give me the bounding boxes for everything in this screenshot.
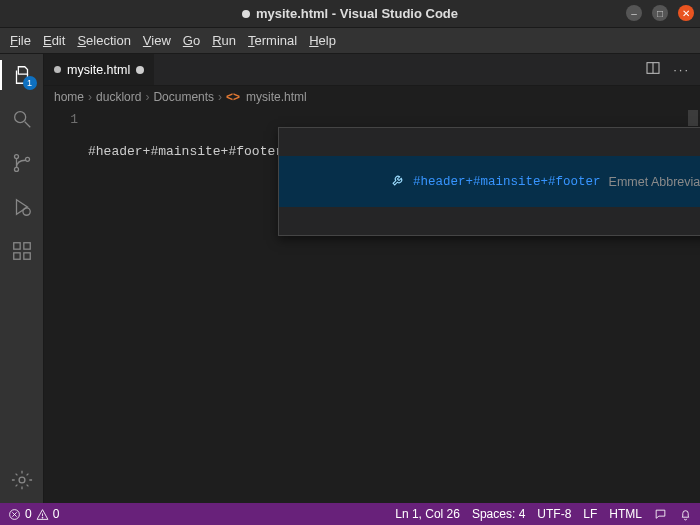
bell-icon [679,508,692,521]
extensions-icon [11,240,33,262]
suggest-kind: Emmet Abbreviation [609,175,700,189]
tab-file-icon [54,66,61,73]
window-title: mysite.html - Visual Studio Code [242,6,458,21]
code-text: #header+#mainsite+#footer [88,144,283,159]
menu-go[interactable]: Go [179,31,204,50]
svg-point-18 [42,517,43,518]
tab-unsaved-indicator-icon [136,66,144,74]
status-indent[interactable]: Spaces: 4 [472,507,525,521]
menu-view[interactable]: View [139,31,175,50]
line-gutter: 1 [44,108,88,503]
code-area[interactable]: #header+#mainsite+#footer #header+#mains… [88,108,700,503]
status-bar: 0 0 Ln 1, Col 26 Spaces: 4 UTF-8 LF HTML [0,503,700,525]
tab-bar: mysite.html ··· [44,54,700,86]
html-file-icon: <> [226,90,240,104]
window-controls: – □ ✕ [626,5,694,21]
status-left: 0 0 [8,507,59,521]
play-debug-icon [11,196,33,218]
breadcrumb-home[interactable]: home [54,90,84,104]
main-area: 1 mysite.html [0,54,700,503]
status-language[interactable]: HTML [609,507,642,521]
activity-extensions[interactable] [9,238,35,264]
unsaved-dot-icon [242,10,250,18]
status-problems[interactable]: 0 0 [8,507,59,521]
svg-marker-5 [16,200,27,215]
tabbar-actions: ··· [635,54,700,85]
scrollbar-thumb[interactable] [688,110,698,126]
activity-search[interactable] [9,106,35,132]
split-editor-button[interactable] [645,60,661,79]
svg-point-11 [19,477,25,483]
svg-point-0 [14,112,25,123]
breadcrumb-separator-icon: › [88,90,92,104]
svg-rect-8 [13,253,19,259]
breadcrumbs: home › ducklord › Documents › <> mysite.… [44,86,700,108]
breadcrumb-separator-icon: › [145,90,149,104]
suggest-item[interactable]: #header+#mainsite+#footer Emmet Abbrevia… [279,156,700,207]
warning-icon [36,508,49,521]
close-button[interactable]: ✕ [678,5,694,21]
warning-count: 0 [53,507,60,521]
status-right: Ln 1, Col 26 Spaces: 4 UTF-8 LF HTML [395,507,692,521]
suggest-abbr: #header+#mainsite+#footer [413,175,601,189]
split-icon [645,60,661,76]
feedback-icon [654,508,667,521]
breadcrumb-separator-icon: › [218,90,222,104]
svg-rect-9 [23,253,29,259]
titlebar: mysite.html - Visual Studio Code – □ ✕ [0,0,700,28]
explorer-badge: 1 [23,76,37,90]
branch-icon [11,152,33,174]
error-count: 0 [25,507,32,521]
editor-body[interactable]: 1 #header+#mainsite+#footer #header+#mai… [44,108,700,503]
tabbar-spacer [155,54,635,85]
tab-label: mysite.html [67,63,130,77]
menu-edit[interactable]: Edit [39,31,69,50]
activity-source-control[interactable] [9,150,35,176]
editor-region: mysite.html ··· home › ducklord › Docume… [44,54,700,503]
status-notifications[interactable] [679,508,692,521]
menu-file[interactable]: File [6,31,35,50]
menu-help[interactable]: Help [305,31,340,50]
status-encoding[interactable]: UTF-8 [537,507,571,521]
tab-mysite[interactable]: mysite.html [44,54,155,85]
svg-rect-7 [13,243,19,249]
error-icon [8,508,21,521]
svg-point-2 [14,155,18,159]
breadcrumb-documents[interactable]: Documents [153,90,214,104]
window-title-text: mysite.html - Visual Studio Code [256,6,458,21]
status-eol[interactable]: LF [583,507,597,521]
breadcrumb-ducklord[interactable]: ducklord [96,90,141,104]
menu-run[interactable]: Run [208,31,240,50]
search-icon [11,108,33,130]
status-cursor[interactable]: Ln 1, Col 26 [395,507,460,521]
breadcrumb-file[interactable]: mysite.html [246,90,307,104]
minimize-button[interactable]: – [626,5,642,21]
line-number: 1 [44,112,78,127]
activity-bar: 1 [0,54,44,503]
svg-point-4 [25,157,29,161]
status-feedback[interactable] [654,508,667,521]
activity-settings[interactable] [9,467,35,493]
svg-point-3 [14,167,18,171]
maximize-button[interactable]: □ [652,5,668,21]
svg-point-6 [22,208,29,215]
suggest-widget[interactable]: #header+#mainsite+#footer Emmet Abbrevia… [278,127,700,236]
menu-terminal[interactable]: Terminal [244,31,301,50]
gear-icon [11,469,33,491]
activity-run-debug[interactable] [9,194,35,220]
wrench-icon [287,159,405,204]
activity-explorer[interactable]: 1 [9,62,35,88]
menu-selection[interactable]: Selection [73,31,134,50]
svg-line-1 [24,122,30,128]
more-actions-button[interactable]: ··· [673,62,690,77]
svg-rect-10 [23,243,29,249]
menubar: File Edit Selection View Go Run Terminal… [0,28,700,54]
